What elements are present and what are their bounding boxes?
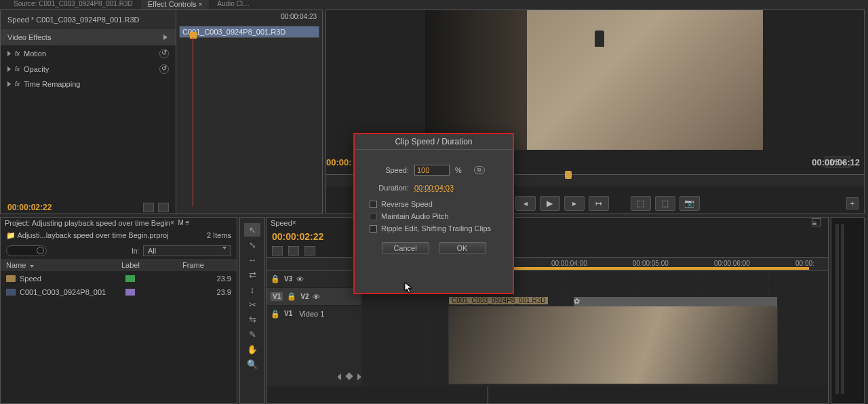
tab-source[interactable]: Source: C001_C003_0924P8_001.R3D (7, 0, 140, 9)
item-frame: 23.9 (217, 288, 231, 296)
step-back-button[interactable]: ◂ (515, 196, 536, 211)
audio-meters (831, 217, 865, 404)
timeline-header: 00:00:02:22 ≡ (267, 228, 828, 245)
razor-tool[interactable]: ✂ (244, 298, 260, 311)
effect-motion[interactable]: fx Motion (1, 46, 176, 62)
meter-left (835, 224, 839, 394)
clip-name-label: C001_C003_0924P8_001.R3D (449, 297, 548, 304)
timeline-ruler[interactable]: 00:00:04:00 00:00:05:00 00:00:06:00 00:0… (267, 257, 828, 270)
video-effects-header[interactable]: Video Effects (1, 29, 176, 46)
selection-tool[interactable]: ↖ (244, 223, 260, 237)
dialog-title: Clip Speed / Duration (355, 134, 513, 150)
reset-icon[interactable] (159, 64, 169, 74)
col-label[interactable]: Label (121, 261, 182, 269)
program-marker[interactable] (565, 171, 572, 179)
track-body[interactable]: C001_C003_0924P8_001.R3D ✿ (361, 306, 828, 386)
current-timecode[interactable]: 00:00:02:22 (7, 203, 52, 212)
track-select-tool[interactable]: ⤡ (244, 238, 260, 251)
track-target[interactable]: V1 (271, 292, 283, 301)
item-frame: 23.9 (217, 275, 231, 283)
duration-value[interactable]: 00:00:04:03 (414, 184, 454, 192)
project-info: 📁 Adjusti...layback speed over time Begi… (1, 228, 237, 243)
next-keyframe-icon[interactable] (357, 373, 364, 380)
ripple-edit-checkbox[interactable]: Ripple Edit, Shifting Trailing Clips (370, 224, 503, 233)
playhead-indicator[interactable] (190, 32, 197, 39)
pen-tool[interactable]: ✎ (244, 327, 260, 341)
item-count: 2 Items (207, 231, 231, 240)
tab-audio[interactable]: Audio Cl… (210, 0, 256, 9)
col-frame[interactable]: Frame (182, 261, 204, 269)
reverse-speed-checkbox[interactable]: Reverse Speed (370, 200, 503, 208)
meter-right (841, 224, 844, 394)
rolling-tool[interactable]: ⇄ (244, 268, 260, 281)
ruler-tick: 00:00:04:00 (551, 260, 587, 267)
clip-fx-bar: ✿ (574, 297, 777, 306)
checkbox-label: Ripple Edit, Shifting Trailing Clips (381, 224, 491, 233)
project-panel: Project: Adjusting playback speed over t… (0, 217, 237, 404)
label-swatch (125, 275, 135, 282)
zoom-tool[interactable]: 🔍 (244, 357, 260, 371)
step-fwd-button[interactable]: ▸ (564, 196, 585, 211)
add-button[interactable]: + (846, 197, 859, 209)
video-display[interactable] (425, 10, 763, 150)
track-label[interactable]: V1 (284, 310, 292, 317)
disclosure-icon (7, 66, 11, 72)
checkbox-icon (370, 225, 377, 233)
marker-icon[interactable] (304, 246, 315, 256)
link-icon[interactable]: ⧉ (474, 166, 485, 174)
add-keyframe-icon[interactable] (345, 372, 353, 380)
maintain-pitch-checkbox: Maintain Audio Pitch (370, 212, 503, 220)
ec-clip-block[interactable]: C001_C003_0924P8_001.R3D (179, 26, 319, 38)
track-label[interactable]: V3 (284, 275, 292, 283)
speed-input[interactable] (414, 165, 450, 176)
panel-menu-icon[interactable]: ≡ (812, 218, 821, 226)
list-item[interactable]: C001_C003_0924P8_001 23.9 (1, 285, 237, 299)
effect-opacity[interactable]: fx Opacity (1, 62, 176, 77)
project-tab[interactable]: Project: Adjusting playback speed over t… (1, 218, 237, 228)
reset-icon[interactable] (159, 49, 169, 58)
program-tc[interactable]: 00:00:06:12 (812, 157, 860, 167)
link-icon[interactable] (288, 246, 299, 256)
prev-keyframe-icon[interactable] (334, 373, 341, 380)
ok-button[interactable]: OK (439, 242, 486, 254)
hand-tool[interactable]: ✋ (244, 342, 260, 356)
timeline-timecode[interactable]: 00:00:02:22 (272, 231, 323, 242)
extract-button[interactable]: ⬚ (655, 196, 675, 211)
ec-footer: 00:00:02:22 (1, 201, 176, 214)
rate-stretch-tool[interactable]: ↕ (244, 283, 260, 296)
search-input[interactable] (6, 245, 47, 256)
play-button[interactable]: ▶ (540, 196, 560, 211)
in-label: In: (132, 247, 139, 255)
tab-effect-controls[interactable]: Effect Controls × (141, 0, 210, 9)
label-swatch (125, 289, 135, 296)
ripple-tool[interactable]: ↔ (244, 253, 260, 266)
program-tc-left[interactable]: 00:00: (326, 157, 352, 167)
cancel-button[interactable]: Cancel (382, 242, 429, 254)
search-icon (37, 247, 44, 254)
effect-label: Motion (24, 49, 46, 58)
snap-icon[interactable] (272, 246, 283, 256)
col-name[interactable]: Name (6, 261, 121, 269)
item-name: C001_C003_0924P8_001 (20, 288, 121, 296)
clip-header: Speed * C001_C003_0924P8_001.R3D (1, 10, 176, 29)
speed-row: Speed: % ⧉ (364, 165, 503, 176)
collapse-icon (163, 35, 169, 40)
export-icon[interactable] (158, 203, 169, 212)
go-to-out-button[interactable]: ↦ (589, 196, 609, 211)
ruler-tick: 00:00: (795, 260, 814, 267)
filter-dropdown[interactable]: All (143, 245, 231, 256)
list-item[interactable]: Speed 23.9 (1, 272, 237, 285)
loop-icon[interactable] (143, 203, 154, 212)
project-filter-row: In: All (1, 243, 237, 259)
item-name: Speed (20, 275, 121, 283)
slip-tool[interactable]: ⇆ (244, 312, 260, 326)
dialog-buttons: Cancel OK (364, 242, 503, 254)
disclosure-icon (7, 51, 11, 56)
effect-time-remapping[interactable]: fx Time Remapping (1, 77, 176, 92)
timeline-clip[interactable]: C001_C003_0924P8_001.R3D ✿ (448, 306, 778, 384)
camera-button[interactable]: 📷 (679, 196, 700, 211)
fx-icon: fx (15, 81, 20, 87)
timeline-tab[interactable]: Speed × (267, 218, 828, 228)
track-label[interactable]: V2 (300, 293, 309, 300)
lift-button[interactable]: ⬚ (631, 196, 651, 211)
